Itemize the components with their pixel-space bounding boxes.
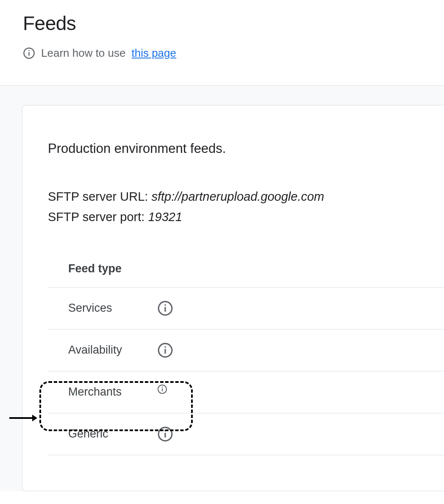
learn-how-row: Learn how to use this page [23, 47, 444, 60]
table-row: Generic [48, 413, 444, 455]
info-icon[interactable] [157, 342, 173, 358]
svg-rect-10 [162, 388, 163, 391]
svg-rect-14 [164, 430, 166, 431]
learn-link[interactable]: this page [131, 47, 176, 60]
table-header-feed-type: Feed type [48, 262, 444, 287]
row-label-generic: Generic [68, 427, 132, 440]
learn-prefix: Learn how to use [41, 47, 125, 60]
table-row: Services [48, 287, 444, 329]
info-icon [23, 47, 35, 59]
svg-rect-1 [28, 52, 29, 55]
svg-marker-16 [32, 415, 37, 421]
row-label-merchants: Merchants [68, 385, 132, 399]
row-label-availability: Availability [68, 343, 132, 357]
svg-rect-8 [164, 346, 166, 347]
svg-rect-2 [28, 50, 29, 51]
info-icon[interactable] [157, 300, 173, 316]
sftp-port-value: 19321 [148, 210, 182, 224]
feed-type-table: Feed type Services Availability [48, 262, 444, 455]
feeds-card: Production environment feeds. SFTP serve… [22, 105, 444, 491]
svg-rect-5 [164, 304, 166, 305]
card-heading: Production environment feeds. [48, 141, 444, 156]
sftp-port-label: SFTP server port: [48, 210, 148, 224]
svg-rect-13 [164, 433, 166, 438]
info-icon[interactable] [157, 384, 173, 400]
content-area: Production environment feeds. SFTP serve… [0, 85, 444, 491]
svg-rect-4 [164, 307, 166, 312]
row-label-services: Services [68, 302, 132, 315]
info-icon[interactable] [157, 426, 173, 442]
sftp-url-label: SFTP server URL: [48, 190, 151, 203]
page-title: Feeds [23, 12, 444, 35]
svg-rect-7 [164, 349, 166, 354]
table-row: Availability [48, 329, 444, 371]
sftp-block: SFTP server URL: sftp://partnerupload.go… [48, 187, 444, 227]
svg-rect-11 [162, 387, 163, 388]
sftp-url-value: sftp://partnerupload.google.com [151, 190, 324, 203]
table-row: Merchants [48, 371, 444, 413]
annotation-arrow-icon [9, 413, 37, 423]
